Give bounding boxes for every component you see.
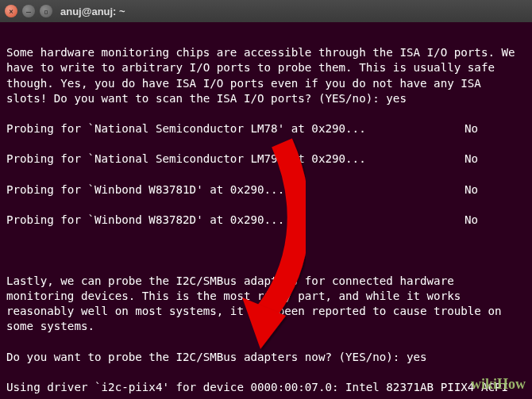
output-text: Some hardware monitoring chips are acces… xyxy=(6,45,526,106)
titlebar[interactable]: × – ▫ anuj@anuj: ~ xyxy=(0,0,532,22)
output-text: Lastly, we can probe the I2C/SMBus adapt… xyxy=(6,274,526,335)
probe-line: Probing for `Winbond W83781D' at 0x290..… xyxy=(6,182,526,198)
probe-line: Probing for `National Semiconductor LM79… xyxy=(6,152,526,167)
probe-line: Probing for `National Semiconductor LM78… xyxy=(6,121,526,136)
minimize-icon[interactable]: – xyxy=(22,5,35,17)
output-text: Using driver `i2c-piix4' for device 0000… xyxy=(6,380,526,395)
window-title: anuj@anuj: ~ xyxy=(60,6,125,17)
terminal-window: × – ▫ anuj@anuj: ~ Some hardware monitor… xyxy=(0,0,532,399)
maximize-icon[interactable]: ▫ xyxy=(40,5,52,17)
terminal-body[interactable]: Some hardware monitoring chips are acces… xyxy=(0,22,532,399)
blank-line xyxy=(6,243,526,258)
output-text: Do you want to probe the I2C/SMBus adapt… xyxy=(6,350,526,365)
probe-line: Probing for `Winbond W83782D' at 0x290..… xyxy=(6,213,526,228)
close-icon[interactable]: × xyxy=(5,5,17,17)
